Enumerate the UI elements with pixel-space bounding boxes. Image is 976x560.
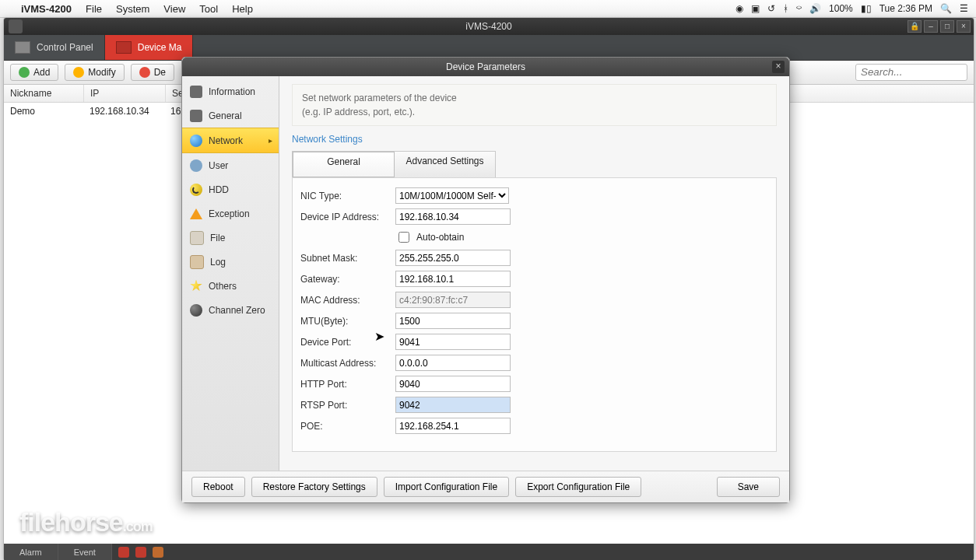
volume-icon[interactable]: 🔊 xyxy=(809,3,821,14)
sidebar-item-hdd[interactable]: HDD xyxy=(182,177,279,201)
export-button[interactable]: Export Configuration File xyxy=(515,477,641,497)
mtu-input[interactable] xyxy=(395,313,511,329)
label-mask: Subnet Mask: xyxy=(300,253,395,264)
sidebar-item-exception[interactable]: Exception xyxy=(182,201,279,226)
label-mtu: MTU(Byte): xyxy=(300,316,395,327)
multicast-input[interactable] xyxy=(395,355,511,371)
mac-input xyxy=(395,292,511,308)
hint-box: Set network parameters of the device (e.… xyxy=(292,84,777,126)
label-http: HTTP Port: xyxy=(300,379,395,390)
save-button[interactable]: Save xyxy=(717,477,780,497)
section-title: Network Settings xyxy=(292,134,777,145)
label-gw: Gateway: xyxy=(300,274,395,285)
sidebar-item-others[interactable]: Others xyxy=(182,274,279,298)
log-icon xyxy=(190,255,204,269)
dialog-footer: Reboot Restore Factory Settings Import C… xyxy=(182,471,789,502)
menu-help[interactable]: Help xyxy=(225,3,260,15)
menu-tool[interactable]: Tool xyxy=(192,3,225,15)
reboot-button[interactable]: Reboot xyxy=(191,477,245,497)
label-ip: Device IP Address: xyxy=(300,212,395,222)
notifications-icon[interactable]: ☰ xyxy=(960,3,968,14)
menu-system[interactable]: System xyxy=(109,3,156,15)
app-status-icon[interactable]: ▣ xyxy=(751,3,760,14)
channel-icon xyxy=(190,304,202,317)
battery-icon: ▮▯ xyxy=(861,3,872,14)
status-icon-2[interactable] xyxy=(135,547,146,558)
subtabs: General Advanced Settings xyxy=(292,151,496,177)
rtsp-port-input[interactable] xyxy=(395,397,511,413)
user-icon xyxy=(190,159,202,172)
ip-input[interactable] xyxy=(395,208,511,225)
nic-select[interactable]: 10M/100M/1000M Self-ad xyxy=(395,187,509,204)
poe-input[interactable] xyxy=(395,418,511,434)
sidebar: Information General Network User HDD Exc… xyxy=(182,76,279,471)
watermark: filehorse.com xyxy=(19,507,153,537)
network-icon xyxy=(190,135,202,147)
dialog-close-button[interactable]: × xyxy=(772,61,785,73)
label-dport: Device Port: xyxy=(300,337,395,348)
modal-overlay: Device Parameters × Information General … xyxy=(4,18,974,560)
status-alarm[interactable]: Alarm xyxy=(4,544,58,560)
label-rtsp: RTSP Port: xyxy=(300,400,395,411)
device-parameters-dialog: Device Parameters × Information General … xyxy=(181,57,790,503)
status-icon-1[interactable] xyxy=(118,547,129,558)
screen-record-icon[interactable]: ◉ xyxy=(736,3,743,14)
label-poe: POE: xyxy=(300,421,395,432)
clock[interactable]: Tue 2:36 PM xyxy=(879,3,932,14)
label-multi: Multicast Address: xyxy=(300,358,395,369)
content-pane: Set network parameters of the device (e.… xyxy=(279,76,789,471)
menu-app[interactable]: iVMS-4200 xyxy=(14,3,79,15)
http-port-input[interactable] xyxy=(395,376,511,392)
status-event[interactable]: Event xyxy=(58,544,112,560)
spotlight-icon[interactable]: 🔍 xyxy=(940,3,952,14)
sidebar-item-log[interactable]: Log xyxy=(182,250,279,274)
mac-menu-bar: iVMS-4200 File System View Tool Help ◉ ▣… xyxy=(0,0,976,18)
file-icon xyxy=(190,231,204,245)
status-bar: Alarm Event xyxy=(4,544,974,560)
auto-obtain-checkbox[interactable] xyxy=(398,232,409,243)
sidebar-item-general[interactable]: General xyxy=(182,103,279,128)
sidebar-item-network[interactable]: Network xyxy=(182,128,279,153)
status-icon-3[interactable] xyxy=(153,547,163,558)
form-pane: NIC Type: 10M/100M/1000M Self-ad Device … xyxy=(292,177,777,452)
label-mac: MAC Address: xyxy=(300,295,395,306)
sidebar-item-channel-zero[interactable]: Channel Zero xyxy=(182,298,279,322)
sidebar-item-information[interactable]: Information xyxy=(182,79,279,103)
restore-button[interactable]: Restore Factory Settings xyxy=(251,477,377,497)
wifi-icon[interactable]: ⌔ xyxy=(796,3,802,14)
device-port-input[interactable] xyxy=(395,334,511,350)
gateway-input[interactable] xyxy=(395,271,511,287)
subtab-advanced[interactable]: Advanced Settings xyxy=(395,152,495,177)
hdd-icon xyxy=(190,184,202,196)
sidebar-item-user[interactable]: User xyxy=(182,153,279,177)
menu-view[interactable]: View xyxy=(156,3,192,15)
info-icon xyxy=(190,86,202,98)
general-icon xyxy=(190,110,202,122)
subtab-general[interactable]: General xyxy=(293,152,395,177)
warning-icon xyxy=(190,208,202,219)
mask-input[interactable] xyxy=(395,250,511,266)
bluetooth-icon[interactable]: ᚼ xyxy=(783,3,788,14)
dialog-title: Device Parameters × xyxy=(182,58,789,76)
app-window: iVMS-4200 🔒 – □ × Control Panel Device M… xyxy=(3,17,974,560)
label-auto: Auto-obtain xyxy=(416,232,464,243)
battery-text: 100% xyxy=(829,3,853,14)
sidebar-item-file[interactable]: File xyxy=(182,226,279,250)
sync-icon[interactable]: ↺ xyxy=(767,3,775,14)
menu-file[interactable]: File xyxy=(79,3,109,15)
label-nic: NIC Type: xyxy=(300,191,395,201)
import-button[interactable]: Import Configuration File xyxy=(384,477,509,497)
star-icon xyxy=(190,280,202,292)
